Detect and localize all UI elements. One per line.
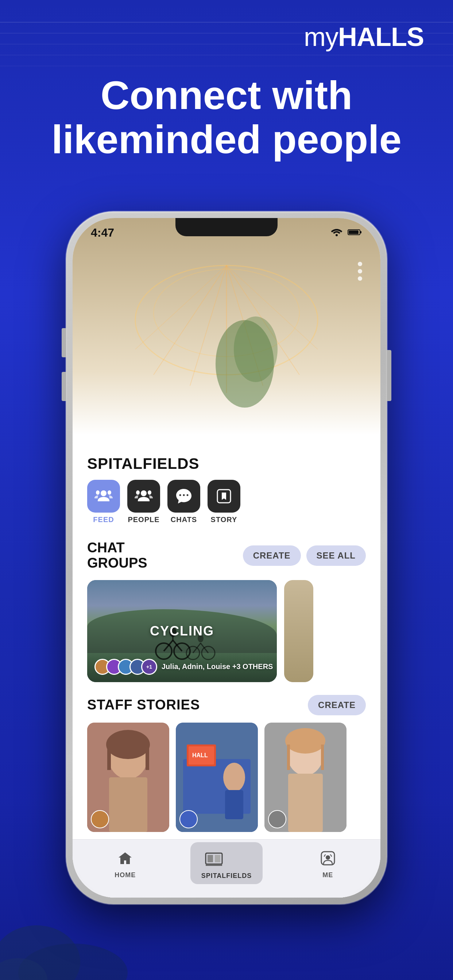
story-thumb-3[interactable] — [265, 722, 346, 832]
svg-point-18 — [141, 490, 147, 496]
svg-point-47 — [223, 763, 245, 792]
status-time: 4:47 — [91, 226, 114, 240]
svg-point-16 — [96, 490, 100, 495]
menu-dot-2 — [358, 269, 362, 274]
phone-screen: 4:47 — [73, 218, 380, 897]
svg-point-20 — [148, 490, 152, 495]
svg-text:HALL: HALL — [192, 752, 208, 758]
overflow-menu[interactable] — [358, 262, 362, 281]
svg-rect-48 — [225, 790, 243, 819]
hero-image-area — [73, 218, 380, 473]
story-avatar-3 — [268, 810, 286, 828]
chat-card-cycling[interactable]: CYCLING +1 Julia, Adnin, Louise +3 OTHER… — [87, 580, 277, 682]
svg-rect-52 — [287, 745, 290, 770]
svg-rect-58 — [206, 864, 222, 866]
create-group-button[interactable]: CREATE — [243, 546, 301, 566]
tab-people[interactable]: PEOPLE — [127, 480, 160, 524]
svg-point-38 — [106, 730, 150, 759]
tab-chats[interactable]: CHATS — [167, 480, 200, 524]
tab-story[interactable]: STORY — [207, 480, 240, 524]
bottom-navigation: HOME SPITA — [73, 839, 380, 897]
me-icon — [317, 847, 339, 869]
avatar-5: +1 — [141, 659, 157, 675]
create-story-button[interactable]: CREATE — [308, 695, 366, 715]
see-all-button[interactable]: SEE ALL — [306, 546, 366, 566]
spitalfields-nav-bg: SPITALFIELDS — [190, 842, 263, 884]
story-thumb-2[interactable]: HALL — [176, 722, 258, 832]
stories-grid: HALL — [87, 722, 366, 832]
svg-line-12 — [135, 266, 226, 349]
story-avatar-1 — [91, 810, 109, 828]
brand-logo: myHALLS — [304, 22, 424, 52]
svg-rect-41 — [109, 777, 147, 832]
chat-card-members: +1 Julia, Adnin, Louise +3 OTHERS — [94, 659, 273, 675]
phone-outer-shell: 4:47 — [66, 212, 387, 904]
feed-icon-bg — [87, 480, 120, 512]
staff-stories-section: STAFF STORIES CREATE — [73, 686, 380, 837]
member-avatars-list: +1 — [94, 659, 157, 675]
me-nav-label: ME — [322, 871, 333, 879]
menu-dot-3 — [358, 276, 362, 281]
app-content: SPITALFIELDS — [73, 444, 380, 897]
nav-spitalfields[interactable]: SPITALFIELDS — [190, 842, 263, 884]
story-avatar-2 — [179, 810, 198, 828]
tab-feed[interactable]: FEED — [87, 480, 120, 524]
chat-card-partial[interactable] — [284, 580, 313, 682]
chat-groups-list: CYCLING +1 Julia, Adnin, Louise +3 OTHER… — [73, 576, 380, 686]
staff-stories-title: STAFF STORIES — [87, 697, 200, 713]
spitalfields-icon — [201, 846, 227, 872]
svg-point-60 — [326, 855, 330, 860]
ceiling-artwork — [117, 247, 336, 430]
wifi-icon — [330, 227, 343, 239]
phone-notch — [175, 218, 278, 236]
hero-heading: Connect with likeminded people — [29, 73, 424, 161]
svg-point-51 — [285, 728, 325, 754]
svg-rect-3 — [360, 231, 362, 233]
svg-point-21 — [179, 495, 181, 496]
people-icon-bg — [127, 480, 160, 512]
svg-rect-56 — [207, 855, 213, 862]
chats-label: CHATS — [171, 515, 197, 524]
svg-rect-53 — [321, 745, 324, 770]
others-count: +3 OTHERS — [232, 662, 273, 670]
battery-icon — [348, 227, 362, 239]
chat-groups-title: CHATGROUPS — [87, 540, 147, 571]
svg-rect-39 — [107, 748, 111, 770]
chats-icon-bg — [167, 480, 200, 512]
home-icon — [114, 847, 136, 869]
story-icon-bg — [207, 480, 240, 512]
hero-text: Connect with likeminded people — [0, 73, 453, 161]
svg-point-19 — [136, 490, 140, 495]
svg-line-6 — [153, 266, 226, 375]
brand-halls: HALLS — [338, 22, 424, 51]
location-name: SPITALFIELDS — [73, 444, 380, 480]
feed-label: FEED — [93, 515, 114, 524]
svg-point-22 — [183, 495, 185, 496]
chat-card-name: CYCLING — [150, 624, 214, 639]
brand-my: my — [304, 22, 338, 51]
svg-point-15 — [100, 490, 107, 496]
chat-groups-section-header: CHATGROUPS CREATE SEE ALL — [73, 533, 380, 576]
menu-dot-1 — [358, 262, 362, 266]
svg-point-23 — [187, 495, 188, 496]
svg-point-17 — [108, 490, 111, 495]
svg-rect-54 — [288, 774, 323, 832]
home-nav-label: HOME — [115, 871, 136, 879]
member-names-text: Julia, Adnin, Louise +3 OTHERS — [161, 662, 273, 671]
svg-rect-57 — [215, 855, 220, 862]
nav-me[interactable]: ME — [317, 847, 339, 879]
story-label: STORY — [211, 515, 238, 524]
story-thumb-1[interactable] — [87, 722, 169, 832]
spitalfields-nav-label: SPITALFIELDS — [201, 872, 252, 880]
people-label: PEOPLE — [128, 515, 160, 524]
staff-stories-header: STAFF STORIES CREATE — [87, 695, 366, 715]
nav-home[interactable]: HOME — [114, 847, 136, 879]
svg-rect-40 — [145, 748, 149, 770]
nav-tabs: FEED PE — [73, 480, 380, 533]
chat-groups-actions: CREATE SEE ALL — [243, 546, 366, 566]
svg-point-14 — [234, 317, 278, 382]
phone-mockup: 4:47 — [66, 212, 387, 904]
svg-rect-2 — [349, 231, 359, 234]
svg-point-0 — [335, 234, 338, 236]
status-icons — [330, 227, 362, 239]
